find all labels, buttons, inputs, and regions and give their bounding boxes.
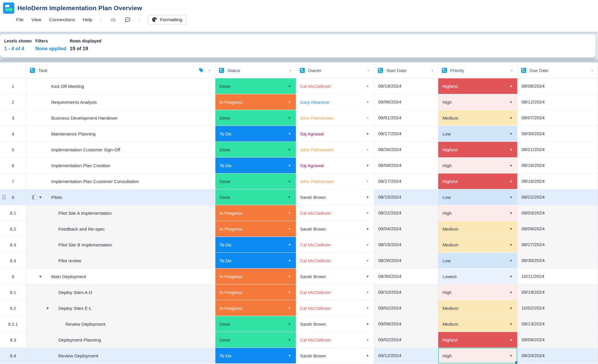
start-date-cell[interactable]: 08/15/2024 <box>374 237 438 253</box>
drag-handle-icon[interactable] <box>2 195 6 199</box>
column-header-owner[interactable]: Owner ▼ <box>296 63 374 78</box>
task-cell[interactable]: ▼ Maintenance Planning <box>26 126 215 142</box>
stat-value[interactable]: 1 - 4 of 4 <box>4 46 32 51</box>
column-menu-caret-icon[interactable]: ▼ <box>510 69 513 72</box>
status-cell[interactable]: In Progress ▼ <box>215 269 296 284</box>
priority-cell[interactable]: Highest ▼ <box>438 173 518 189</box>
due-date-cell[interactable]: 08/16/2024 <box>518 158 598 173</box>
stat-value[interactable]: None applied <box>35 46 66 51</box>
due-date-cell[interactable]: 09/03/2024 <box>518 205 598 221</box>
status-cell[interactable]: In Progress ▼ <box>215 300 296 316</box>
menu-item-file[interactable]: File <box>16 17 24 22</box>
owner-cell[interactable]: Sarah Brown ▼ <box>296 189 374 205</box>
start-date-cell[interactable]: 08/01/2024 <box>374 110 438 126</box>
owner-cell[interactable]: Sarah Brown ▼ <box>296 221 374 237</box>
start-date-cell[interactable]: 08/26/2024 <box>374 253 438 269</box>
collapse-caret-icon[interactable]: ▼ <box>38 275 42 278</box>
menu-item-help[interactable]: Help <box>83 17 92 22</box>
task-cell[interactable]: ▼ Main Deployment <box>26 269 215 284</box>
priority-cell[interactable]: High ▼ <box>438 158 518 173</box>
priority-cell[interactable]: Highest ▼ <box>438 142 518 158</box>
priority-cell[interactable]: High ▼ <box>438 284 518 300</box>
start-date-cell[interactable]: 09/17/2024 <box>374 126 438 142</box>
start-date-cell[interactable]: 08/09/2024 <box>374 158 438 173</box>
owner-cell[interactable]: Sarah Brown ▼ <box>296 316 374 332</box>
column-menu-caret-icon[interactable]: ▼ <box>591 69 594 72</box>
start-date-cell[interactable]: 09/10/2024 <box>374 284 438 300</box>
task-cell[interactable]: ▼ Implementation Customer Sign-Off <box>26 142 215 158</box>
priority-cell[interactable]: Highest ▼ <box>438 332 518 348</box>
priority-cell[interactable]: Low ▼ <box>438 253 518 269</box>
owner-cell[interactable]: Saj Agrawal ▼ <box>296 158 374 173</box>
due-date-cell[interactable]: 08/06/2024 <box>518 78 598 94</box>
task-cell[interactable]: ▼ Pilot Site B Implementation <box>26 237 215 253</box>
status-cell[interactable]: Done ▼ <box>215 332 296 348</box>
priority-cell[interactable]: Low ▼ <box>438 189 518 205</box>
start-date-cell[interactable]: 08/22/2024 <box>374 205 438 221</box>
column-header-task[interactable]: Task ▼ <box>26 63 215 78</box>
due-date-cell[interactable]: 08/22/2024 <box>518 189 598 205</box>
priority-cell[interactable]: Medium ▼ <box>438 300 518 316</box>
column-header-priority[interactable]: Priority ▼ <box>438 63 518 78</box>
priority-cell[interactable]: Medium ▼ <box>438 110 518 126</box>
due-date-cell[interactable]: 09/20/2024 <box>518 348 598 364</box>
priority-cell[interactable]: Lowest ▼ <box>438 269 518 284</box>
status-cell[interactable]: Done ▼ <box>215 142 296 158</box>
comments-icon[interactable] <box>124 16 131 23</box>
task-cell[interactable]: ▼ Deploy Sites E-L <box>26 300 215 316</box>
start-date-cell[interactable]: 09/09/2024 <box>374 316 438 332</box>
status-cell[interactable]: In Progress ▼ <box>215 221 296 237</box>
start-date-cell[interactable]: 09/02/2024 <box>374 300 438 316</box>
task-cell[interactable]: ▼ Review Deployment <box>26 348 215 364</box>
due-date-cell[interactable]: 08/12/2024 <box>518 94 598 110</box>
task-cell[interactable]: ▼ Business Development Handover <box>26 110 215 126</box>
task-cell[interactable]: ▼ Requirements Analysis <box>26 94 215 110</box>
status-cell[interactable]: To Do ▼ <box>215 237 296 253</box>
priority-cell[interactable]: Low ▼ <box>438 126 518 142</box>
column-header-start-date[interactable]: Start Date ▼ <box>374 63 438 78</box>
status-cell[interactable]: To Do ▼ <box>215 158 296 173</box>
formatting-button[interactable]: Formatting <box>148 15 187 25</box>
priority-cell[interactable]: High ▼ <box>438 348 518 364</box>
status-cell[interactable]: To Do ▼ <box>215 253 296 269</box>
document-title[interactable]: HeloDerm Implementation Plan Overview <box>17 4 142 12</box>
start-date-cell[interactable]: 08/30/2024 <box>374 269 438 284</box>
task-cell[interactable]: ▼ Pilot review <box>26 253 215 269</box>
start-date-cell[interactable]: 08/26/2024 <box>374 142 438 158</box>
status-cell[interactable]: To Do ▼ <box>215 348 296 364</box>
status-cell[interactable]: Done ▼ <box>215 78 296 94</box>
priority-cell[interactable]: High ▼ <box>438 94 518 110</box>
due-date-cell[interactable]: 10/02/2024 <box>518 300 598 316</box>
collapse-caret-icon[interactable]: ▼ <box>45 307 49 310</box>
column-menu-caret-icon[interactable]: ▼ <box>431 69 434 72</box>
owner-cell[interactable]: John Palmerston ▼ <box>296 173 374 189</box>
due-date-cell[interactable]: 09/30/2024 <box>518 126 598 142</box>
tag-icon[interactable] <box>199 68 204 74</box>
task-cell[interactable]: ▼ Implementation Plan Creation <box>26 158 215 173</box>
column-menu-caret-icon[interactable]: ▼ <box>208 69 211 72</box>
owner-cell[interactable]: John Palmerston ▼ <box>296 110 374 126</box>
start-date-cell[interactable]: 09/17/2024 <box>374 173 438 189</box>
due-date-cell[interactable]: 08/27/2024 <box>518 237 598 253</box>
task-cell[interactable]: ▼ Feedback and Re-spec <box>26 221 215 237</box>
menu-item-view[interactable]: View <box>31 17 41 22</box>
start-date-cell[interactable]: 08/15/2024 <box>374 189 438 205</box>
start-date-cell[interactable]: 08/06/2024 <box>374 94 438 110</box>
column-header-due-date[interactable]: Due Date ▼ <box>518 63 598 78</box>
priority-cell[interactable]: Medium ▼ <box>438 316 518 332</box>
start-date-cell[interactable]: 09/04/2024 <box>374 221 438 237</box>
owner-cell[interactable]: Cal McClallister ▼ <box>296 284 374 300</box>
owner-cell[interactable]: Cal McClallister ▼ <box>296 332 374 348</box>
status-cell[interactable]: In Progress ▼ <box>215 284 296 300</box>
task-cell[interactable]: ▼ Review Deployment <box>26 316 215 332</box>
due-date-cell[interactable]: 08/07/2024 <box>518 110 598 126</box>
task-cell[interactable]: ▼ Kick Off Meeting <box>26 78 215 94</box>
due-date-cell[interactable]: 09/18/2024 <box>518 284 598 300</box>
start-date-cell[interactable]: 09/02/2024 <box>374 332 438 348</box>
start-date-cell[interactable]: 08/19/2024 <box>374 78 438 94</box>
start-date-cell[interactable]: 09/12/2024 <box>374 348 438 364</box>
priority-cell[interactable]: Highest ▼ <box>438 78 518 94</box>
task-cell[interactable]: ▼ Pilot Site A Implementation <box>26 205 215 221</box>
owner-cell[interactable]: Sarah Brown ▼ <box>296 269 374 284</box>
status-cell[interactable]: Done ▼ <box>215 110 296 126</box>
